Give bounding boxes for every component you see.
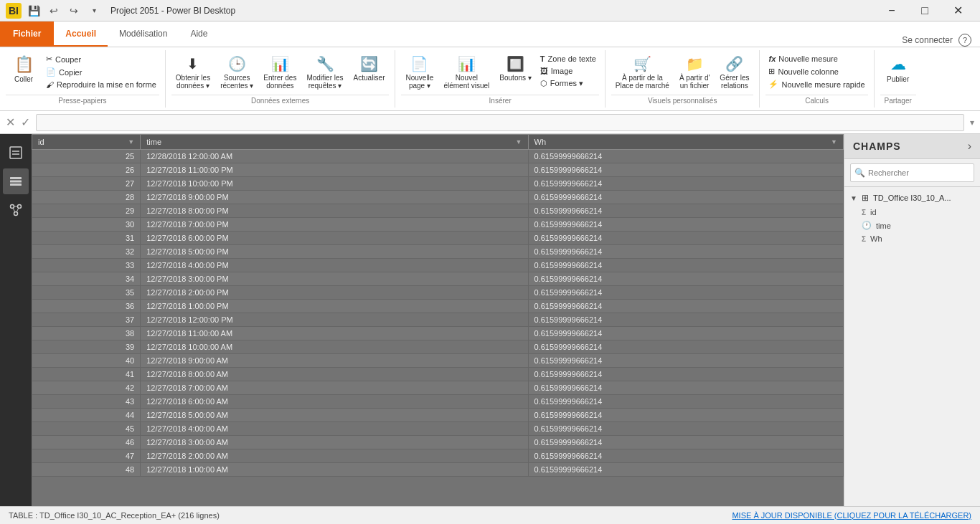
table-row: 2712/27/2018 10:00:00 PM0.61599999666214 [32, 177, 844, 191]
svg-line-11 [17, 208, 19, 212]
cell-wh: 0.61599999666214 [528, 163, 843, 177]
champs-search-input[interactable] [850, 163, 974, 182]
modifier-label: Modifier lesrequêtes ▾ [306, 74, 343, 90]
place-marche-button[interactable]: 🛒 À partir de laPlace de marché [611, 53, 674, 92]
couper-button[interactable]: ✂ Couper [43, 53, 159, 65]
cell-wh: 0.61599999666214 [528, 191, 843, 204]
field-time-label: time [876, 221, 891, 230]
image-button[interactable]: 🖼 Image [537, 65, 599, 77]
champs-header: CHAMPS › [844, 134, 980, 159]
publier-button[interactable]: ☁ Publier [880, 53, 916, 85]
visual-icon: 📊 [458, 55, 476, 72]
group-donnees-content: ⬇ Obtenir lesdonnées ▾ 🕒 Sourcesrécentes… [171, 53, 390, 92]
col-time-header[interactable]: time▼ [141, 135, 528, 150]
group-partager: ☁ Publier Partager [875, 50, 922, 108]
formes-button[interactable]: ⬡ Formes ▾ [537, 77, 599, 90]
donnees-label: Données externes [171, 95, 390, 105]
cancel-formula-icon[interactable]: ✕ [6, 115, 15, 129]
formula-bar: ✕ ✓ ▾ [0, 111, 980, 134]
coller-button[interactable]: 📋 Coller [6, 53, 42, 85]
cell-wh: 0.61599999666214 [528, 204, 843, 218]
cell-time: 12/27/2018 9:00:00 AM [141, 354, 528, 368]
mesure-rapide-button[interactable]: ⚡ Nouvelle mesure rapide [765, 78, 867, 90]
cell-wh: 0.61599999666214 [528, 368, 843, 381]
tab-accueil[interactable]: Accueil [54, 22, 108, 47]
nouvelle-page-button[interactable]: 📄 Nouvellepage ▾ [401, 53, 438, 92]
image-icon: 🖼 [540, 67, 548, 75]
partager-label: Partager [880, 95, 916, 105]
table-row: 3112/27/2018 6:00:00 PM0.61599999666214 [32, 232, 844, 245]
copy-icon: 📄 [46, 67, 56, 77]
search-wrap: 🔍 [850, 163, 974, 182]
update-label[interactable]: MISE À JOUR DISPONIBLE (CLIQUEZ POUR LA … [732, 511, 971, 520]
copier-label: Copier [59, 68, 82, 77]
calculs-label: Calculs [765, 95, 867, 105]
sources-button[interactable]: 🕒 Sourcesrécentes ▾ [216, 53, 258, 92]
table-row: 2812/27/2018 9:00:00 PM0.61599999666214 [32, 191, 844, 204]
obtenir-button[interactable]: ⬇ Obtenir lesdonnées ▾ [171, 53, 215, 92]
mesure-rapide-label: Nouvelle mesure rapide [781, 80, 864, 89]
field-id-row[interactable]: Σ id [844, 206, 980, 219]
minimize-button[interactable]: − [875, 0, 908, 22]
save-icon[interactable]: 💾 [26, 3, 42, 19]
group-visuels: 🛒 À partir de laPlace de marché 📁 À part… [606, 50, 760, 108]
connect-label[interactable]: Se connecter [902, 35, 953, 45]
tab-aide[interactable]: Aide [179, 22, 219, 47]
cell-id: 40 [32, 354, 141, 368]
cell-id: 35 [32, 286, 141, 300]
cell-time: 12/27/2018 3:00:00 PM [141, 272, 528, 286]
copier-button[interactable]: 📄 Copier [43, 66, 159, 78]
sidebar-report-icon[interactable] [3, 140, 29, 166]
confirm-formula-icon[interactable]: ✓ [21, 115, 30, 129]
col-id-header[interactable]: id▼ [32, 135, 141, 150]
close-button[interactable]: ✕ [941, 0, 974, 22]
fichier-button[interactable]: 📁 À partir d'un fichier [675, 53, 714, 92]
cell-time: 12/27/2018 8:00:00 PM [141, 204, 528, 218]
gerer-relations-button[interactable]: 🔗 Gérer lesrelations [715, 53, 753, 92]
champs-expand-icon[interactable]: › [968, 140, 971, 153]
boutons-button[interactable]: 🔲 Boutons ▾ [495, 53, 535, 84]
entrer-button[interactable]: 📊 Entrer desdonnées [259, 53, 301, 92]
cell-time: 12/27/2018 5:00:00 AM [141, 409, 528, 422]
cell-id: 25 [32, 150, 141, 163]
formula-input[interactable] [36, 114, 964, 131]
help-icon[interactable]: ? [958, 34, 971, 47]
tab-modelisation[interactable]: Modélisation [108, 22, 179, 47]
redo-icon[interactable]: ↪ [66, 3, 82, 19]
table-row: 2612/27/2018 11:00:00 PM0.61599999666214 [32, 163, 844, 177]
nouvel-element-button[interactable]: 📊 Nouvelélément visuel [439, 53, 494, 92]
champs-table-row[interactable]: ▼ ⊞ TD_Office I30_10_A... [844, 190, 980, 206]
table-row: 4612/27/2018 3:00:00 AM0.61599999666214 [32, 436, 844, 449]
table-row: 4412/27/2018 5:00:00 AM0.61599999666214 [32, 409, 844, 422]
sidebar-data-icon[interactable] [3, 168, 29, 194]
table-row: 4712/27/2018 2:00:00 AM0.61599999666214 [32, 449, 844, 463]
maximize-button[interactable]: □ [908, 0, 941, 22]
zone-texte-button[interactable]: T Zone de texte [537, 53, 599, 65]
wrench-icon: 🔧 [316, 55, 334, 72]
actualiser-button[interactable]: 🔄 Actualiser [349, 53, 390, 84]
cell-time: 12/27/2018 1:00:00 PM [141, 300, 528, 313]
cell-wh: 0.61599999666214 [528, 313, 843, 327]
modifier-button[interactable]: 🔧 Modifier lesrequêtes ▾ [302, 53, 347, 92]
column-icon: ⊞ [768, 67, 775, 76]
nouvelle-colonne-button[interactable]: ⊞ Nouvelle colonne [765, 65, 867, 77]
search-icon: 🔍 [854, 168, 865, 178]
table-row: 3712/27/2018 12:00:00 PM0.61599999666214 [32, 313, 844, 327]
field-time-row[interactable]: 🕐 time [844, 219, 980, 232]
expand-formula-icon[interactable]: ▾ [970, 118, 974, 128]
reproduire-button[interactable]: 🖌 Reproduire la mise en forme [43, 79, 159, 90]
dropdown-icon[interactable]: ▾ [86, 3, 102, 19]
col-wh-header[interactable]: Wh▼ [528, 135, 843, 150]
place-marche-label: À partir de laPlace de marché [616, 74, 669, 90]
cell-wh: 0.61599999666214 [528, 409, 843, 422]
data-table-wrapper[interactable]: id▼ time▼ Wh▼ 2512/28/2018 12:00:00 AM0.… [32, 134, 844, 506]
nouvelle-mesure-button[interactable]: fx Nouvelle mesure [765, 53, 867, 65]
champs-search: 🔍 [844, 159, 980, 187]
tab-file[interactable]: Fichier [0, 22, 54, 47]
window-title: Project 2051 - Power BI Desktop [110, 6, 235, 16]
sidebar-model-icon[interactable] [3, 197, 29, 223]
titlebar-left: BI 💾 ↩ ↪ ▾ Project 2051 - Power BI Deskt… [6, 3, 235, 19]
field-wh-row[interactable]: Σ Wh [844, 232, 980, 245]
undo-icon[interactable]: ↩ [46, 3, 62, 19]
cell-id: 31 [32, 232, 141, 245]
